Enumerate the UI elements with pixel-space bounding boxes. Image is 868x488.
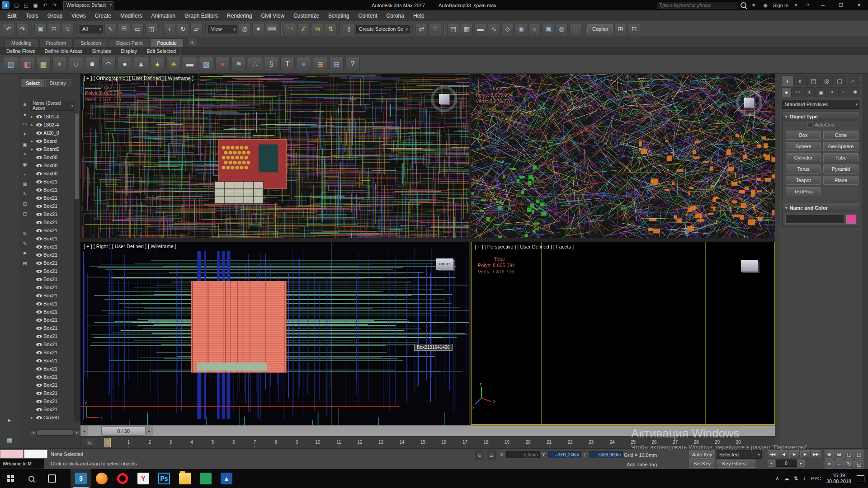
name-color-rollout-header[interactable]: Name and Color	[783, 203, 859, 212]
timeline-mode-icon[interactable]: ∿	[85, 439, 94, 447]
auto-key-button[interactable]: Auto Key	[689, 450, 715, 459]
bind-to-space-warp-icon[interactable]: ≋	[61, 23, 74, 35]
current-frame-field[interactable]: 0	[776, 460, 797, 467]
visibility-eye-icon[interactable]	[36, 366, 42, 372]
explorer-tab-display[interactable]: Display	[45, 79, 71, 87]
visibility-eye-icon[interactable]	[36, 122, 42, 128]
visibility-eye-icon[interactable]	[36, 277, 42, 282]
visibility-eye-icon[interactable]	[36, 187, 42, 193]
visibility-eye-icon[interactable]	[36, 342, 42, 347]
menu-item-tools[interactable]: Tools	[21, 10, 43, 21]
timeline-tick[interactable]: 22	[567, 440, 572, 445]
systems-category-icon[interactable]: ✱	[850, 87, 860, 97]
timeline-tick[interactable]: 16	[441, 440, 446, 445]
utilities-tab-icon[interactable]: ⌂	[847, 75, 859, 86]
collapse-all-icon[interactable]: ⊟	[21, 210, 29, 217]
sync-selection-icon[interactable]: ↻	[21, 230, 29, 237]
explorer-row[interactable]: Box00	[30, 153, 74, 161]
key-mode-combo[interactable]: Selected	[717, 450, 762, 459]
box-primitive-icon[interactable]: ■	[85, 57, 99, 71]
select-and-manipulate-icon[interactable]: ∗	[252, 23, 264, 35]
timeline-tick[interactable]: 21	[547, 440, 552, 445]
expand-panel-icon[interactable]: ▸	[5, 415, 14, 425]
task-view-button[interactable]	[42, 469, 62, 488]
undo-icon[interactable]: ↶	[3, 23, 15, 35]
timeline-tick[interactable]: 5	[212, 440, 214, 445]
viewport-label[interactable]: [ + ] [ Orthographic ] [ User Defined ] …	[84, 75, 193, 81]
viewport-top-left-canvas[interactable]	[80, 74, 469, 238]
viewport-label[interactable]: [ + ] [ Right ] [ User Defined ] [ Wiref…	[84, 244, 176, 249]
menu-item-civil-view[interactable]: Civil View	[256, 10, 289, 21]
menu-item-modifiers[interactable]: Modifiers	[116, 10, 147, 21]
reference-coordinate-combo[interactable]: View	[208, 25, 237, 33]
timeline-tick[interactable]: 2	[148, 440, 151, 445]
layer-grid-icon[interactable]: ▦	[36, 57, 51, 71]
visibility-eye-icon[interactable]	[36, 155, 42, 160]
visibility-eye-icon[interactable]	[36, 374, 42, 380]
window-crossing-icon[interactable]: ◫	[145, 23, 157, 35]
select-and-rotate-icon[interactable]: ↻	[177, 23, 189, 35]
explorer-settings-icon[interactable]: ≡	[21, 101, 29, 108]
redo-icon[interactable]: ↷	[16, 23, 28, 35]
explorer-row[interactable]: ▸1802-4	[30, 121, 74, 129]
explorer-row[interactable]: Box21	[30, 324, 74, 332]
ribbon-options-icon[interactable]: ▾	[187, 38, 197, 47]
explorer-row[interactable]: Box21	[30, 267, 74, 275]
unlink-selection-icon[interactable]: ⊟	[48, 23, 60, 35]
view-cube[interactable]	[431, 86, 457, 112]
timeline-tick[interactable]: 0	[106, 440, 109, 445]
volume-icon[interactable]: ♪	[803, 475, 806, 482]
expand-arrow-icon[interactable]: ▸	[31, 123, 35, 127]
timeline-tick[interactable]: 3	[170, 440, 172, 445]
viewport-bottom-left[interactable]: [ + ] [ Right ] [ User Defined ] [ Wiref…	[80, 242, 469, 425]
taskbar-opera-icon[interactable]	[112, 469, 133, 488]
explorer-row[interactable]: Box21	[30, 405, 74, 413]
timeline-tick[interactable]: 18	[483, 440, 488, 445]
lights-category-icon[interactable]: ☀	[804, 87, 815, 97]
pan-view-icon[interactable]: ⇔	[835, 460, 844, 469]
go-to-start-icon[interactable]: ◀◀	[768, 450, 778, 458]
material-override-icon[interactable]: ◧	[20, 57, 34, 71]
hatch-grid-icon[interactable]: ▩	[199, 57, 213, 71]
objtype-cone-button[interactable]: Cone	[823, 131, 859, 140]
render-iterative-icon[interactable]: ◌	[569, 23, 581, 35]
select-and-move-icon[interactable]: +	[163, 23, 175, 35]
edit-name-icon[interactable]: ✎	[21, 240, 29, 247]
play-animation-icon[interactable]: ▶	[789, 450, 799, 458]
explorer-row[interactable]: Box21	[30, 186, 74, 194]
taskbar-photos-icon[interactable]: ▲	[216, 469, 237, 488]
primitive-category-combo[interactable]: Standard Primitives	[782, 100, 859, 109]
use-pivot-center-icon[interactable]: ◎	[239, 23, 251, 35]
explorer-row[interactable]: Box00	[30, 161, 74, 169]
timeline-tick[interactable]: 8	[274, 440, 277, 445]
timeline-tick[interactable]: 11	[336, 440, 341, 445]
timeline-tick[interactable]: 30	[736, 440, 741, 445]
maxscript-mini-recorder[interactable]	[0, 450, 24, 458]
pin-explorer-icon[interactable]: ⚑	[21, 250, 29, 257]
display-tab-icon[interactable]: ▢	[834, 75, 846, 86]
taskbar-3dsmax-icon[interactable]: 3	[71, 469, 91, 488]
view-cube-face[interactable]	[744, 98, 754, 108]
timeline[interactable]: ∿ 01234567891011121314151617181920212223…	[80, 436, 775, 448]
named-selection-combo[interactable]: Create Selection Se	[356, 25, 410, 33]
explorer-row[interactable]: AI20_0	[30, 129, 74, 137]
rendered-frame-icon[interactable]: ▣	[542, 23, 554, 35]
network-icon[interactable]: ⇅	[794, 475, 798, 482]
define-idle-areas-button[interactable]: Define Idle Areas	[40, 47, 88, 55]
shapes-category-icon[interactable]: ◠	[793, 87, 803, 97]
explorer-row[interactable]: Box21	[30, 194, 74, 202]
ribbon-tab-modeling[interactable]: Modeling	[5, 38, 38, 47]
maximize-viewport-toggle-icon[interactable]: ◱	[854, 460, 863, 469]
visibility-eye-icon[interactable]	[36, 163, 42, 169]
viewport-bottom-left-canvas[interactable]	[80, 242, 469, 425]
taskbar-clock[interactable]: 15:39 30.08.2018	[826, 473, 851, 484]
cameras-category-icon[interactable]: ▣	[816, 87, 826, 97]
motion-tab-icon[interactable]: ◎	[821, 75, 833, 86]
viewport-label[interactable]: [ + ] [ Perspective ] [ User Defined ] […	[475, 244, 574, 249]
frame-back-icon[interactable]: ◂	[768, 460, 775, 467]
expand-arrow-icon[interactable]: ▸	[31, 147, 35, 151]
profile-icon[interactable]: ◉	[761, 1, 770, 9]
time-slider-track[interactable]: ◂ 0 / 30 ▸	[80, 425, 775, 436]
explorer-row[interactable]: ▸1801-4	[30, 113, 74, 121]
visibility-eye-icon[interactable]	[36, 236, 42, 242]
